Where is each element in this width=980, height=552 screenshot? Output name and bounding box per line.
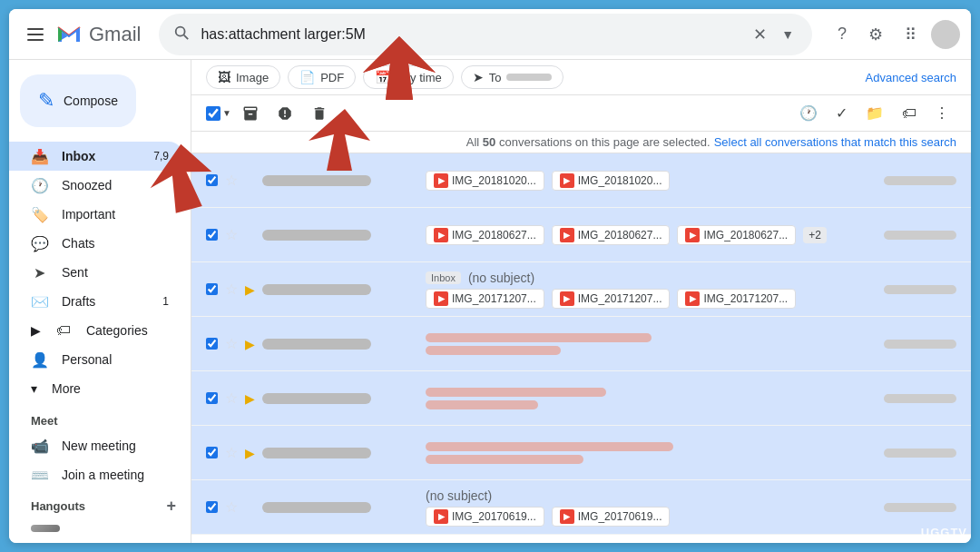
avatar[interactable]	[931, 20, 960, 49]
sidebar-item-inbox[interactable]: 📥 Inbox 7,9	[9, 142, 183, 171]
email-sender	[262, 284, 426, 295]
star-icon[interactable]: ☆	[225, 281, 238, 298]
sender-blur	[262, 448, 371, 458]
attachment-name: IMG_20171207...	[452, 292, 536, 305]
label-button[interactable]: 🏷	[895, 100, 924, 127]
hangouts-add-button[interactable]: +	[166, 497, 176, 516]
sidebar-item-label-inbox: Inbox	[62, 149, 139, 163]
delete-button[interactable]	[304, 100, 335, 127]
move-button[interactable]: 📁	[858, 99, 891, 127]
chats-icon: 💬	[31, 235, 47, 252]
more-actions-button[interactable]: ⋮	[927, 99, 956, 127]
email-checkbox[interactable]	[206, 392, 218, 404]
email-time-blur	[884, 394, 956, 403]
email-attachments: ▶ IMG_20180627... ▶ IMG_20180627... ▶ IM…	[426, 225, 877, 245]
hangout-item[interactable]	[9, 519, 191, 537]
sidebar-item-categories[interactable]: ▶ 🏷 Categories	[9, 316, 191, 345]
content-area: ✎ Compose 📥 Inbox 7,9 🕐 Snoozed 🏷️ Impor…	[9, 60, 971, 543]
svg-line-5	[184, 34, 189, 39]
email-sender	[262, 230, 426, 241]
star-icon[interactable]: ☆	[225, 226, 238, 243]
star-icon[interactable]: ☆	[225, 498, 238, 516]
search-clear-button[interactable]: ✕	[750, 21, 770, 48]
email-checkbox[interactable]	[206, 174, 218, 186]
advanced-search-link[interactable]: Advanced search	[866, 71, 956, 84]
email-checkbox[interactable]	[206, 229, 218, 241]
status-suffix: conversations on this page are selected.	[499, 135, 710, 149]
attachment-name: IMG_20171207...	[703, 292, 788, 305]
sidebar-item-snoozed[interactable]: 🕐 Snoozed	[9, 171, 183, 200]
sidebar-item-important[interactable]: 🏷️ Important	[9, 200, 183, 229]
settings-button[interactable]: ⚙	[861, 17, 890, 52]
email-subject-line: Inbox (no subject)	[426, 271, 877, 285]
table-row[interactable]: ☆ ▶	[191, 317, 971, 371]
sidebar-item-chats[interactable]: 💬 Chats	[9, 229, 183, 258]
sidebar-item-label-personal: Personal	[62, 352, 169, 367]
status-count: 50	[483, 135, 495, 149]
compose-button[interactable]: ✎ Compose	[20, 74, 136, 127]
search-bar: ✕ ▼	[159, 14, 812, 55]
categories-icon: 🏷	[55, 322, 72, 339]
star-icon[interactable]: ☆	[225, 444, 238, 461]
pdf-chip-icon: 📄	[299, 70, 315, 84]
email-content: (no subject) ▶ IMG_20170619... ▶ IMG_201…	[426, 488, 877, 527]
attachment-img-icon: ▶	[560, 173, 574, 188]
email-checkbox[interactable]	[206, 338, 218, 350]
attachment-chip: ▶ IMG_20171207...	[552, 289, 671, 309]
attachment-chip: ▶ IMG_20170619...	[552, 507, 671, 527]
star-icon[interactable]: ☆	[225, 335, 238, 352]
attachment-img-icon: ▶	[434, 173, 448, 188]
checkbox-dropdown-arrow[interactable]: ▼	[222, 108, 231, 118]
attachment-chip: ▶ IMG_20171207...	[426, 289, 544, 309]
table-row[interactable]: ☆ ▶	[191, 371, 971, 426]
gmail-logo-text: Gmail	[89, 23, 141, 46]
star-icon[interactable]: ☆	[225, 389, 238, 407]
sidebar-item-new-meeting[interactable]: 📹 New meeting	[9, 431, 183, 460]
email-checkbox[interactable]	[206, 283, 218, 295]
done-button[interactable]: ✓	[828, 99, 855, 127]
attachment-img-icon: ▶	[685, 228, 700, 242]
search-dropdown-button[interactable]: ▼	[778, 24, 798, 45]
filter-anytime-button[interactable]: 📅 Any time	[363, 65, 454, 89]
filter-bar: 🖼 Image 📄 PDF 📅 Any time ➤ To Advanced s…	[191, 60, 971, 95]
help-button[interactable]: ?	[830, 17, 854, 51]
attachment-chip: ▶ IMG_20181020...	[552, 171, 671, 191]
sidebar-item-drafts[interactable]: ✉️ Drafts 1	[9, 287, 183, 316]
table-row[interactable]: ☆ ▶ Inbox (no subject) ▶ IMG_2	[191, 262, 971, 317]
email-checkbox[interactable]	[206, 447, 218, 458]
table-row[interactable]: ☆ ▶ (no subject) ▶ IMG_20170619...	[191, 480, 971, 535]
select-all-conversations-link[interactable]: Select all conversations that match this…	[714, 135, 956, 149]
table-row[interactable]: ☆ ▶ ▶ IMG_20180627... ▶	[191, 208, 971, 262]
email-time-blur	[884, 285, 956, 294]
sidebar-item-sent[interactable]: ➤ Sent	[9, 258, 183, 287]
apps-button[interactable]: ⠿	[897, 17, 924, 52]
email-attachments: ▶ IMG_20181020... ▶ IMG_20181020...	[426, 171, 877, 191]
gmail-logo[interactable]: Gmail	[54, 20, 141, 49]
new-meeting-icon: 📹	[31, 438, 47, 455]
hamburger-button[interactable]	[20, 19, 51, 50]
filter-image-button[interactable]: 🖼 Image	[206, 65, 280, 89]
hangouts-section-header: Hangouts +	[9, 489, 191, 519]
search-input[interactable]	[201, 26, 750, 43]
filter-to-button[interactable]: ➤ To	[461, 65, 564, 89]
email-checkbox[interactable]	[206, 501, 218, 513]
table-row[interactable]: ☆ ▶	[191, 426, 971, 480]
image-chip-icon: 🖼	[218, 70, 230, 84]
star-icon[interactable]: ☆	[225, 172, 238, 189]
important-placeholder: ▶	[245, 500, 255, 515]
sidebar-item-join-meeting[interactable]: ⌨️ Join a meeting	[9, 460, 183, 489]
hangout-avatar	[31, 525, 60, 532]
sidebar-item-more[interactable]: ▾ More	[9, 374, 183, 403]
table-row[interactable]: ☆ ▶ ▶ IMG_20181020... ▶	[191, 153, 971, 208]
sidebar-item-label-sent: Sent	[62, 265, 169, 280]
select-all-checkbox[interactable]	[206, 106, 220, 121]
important-icon: ▶	[245, 337, 255, 351]
report-spam-button[interactable]	[270, 100, 300, 127]
archive-button[interactable]	[235, 100, 266, 127]
filter-pdf-button[interactable]: 📄 PDF	[288, 65, 356, 89]
sidebar-item-personal[interactable]: 👤 Personal	[9, 345, 183, 374]
snooze-button[interactable]: 🕐	[792, 99, 825, 127]
attachment-name: IMG_20170619...	[452, 510, 536, 523]
email-subject: (no subject)	[426, 488, 492, 503]
email-subject: (no subject)	[468, 271, 534, 285]
